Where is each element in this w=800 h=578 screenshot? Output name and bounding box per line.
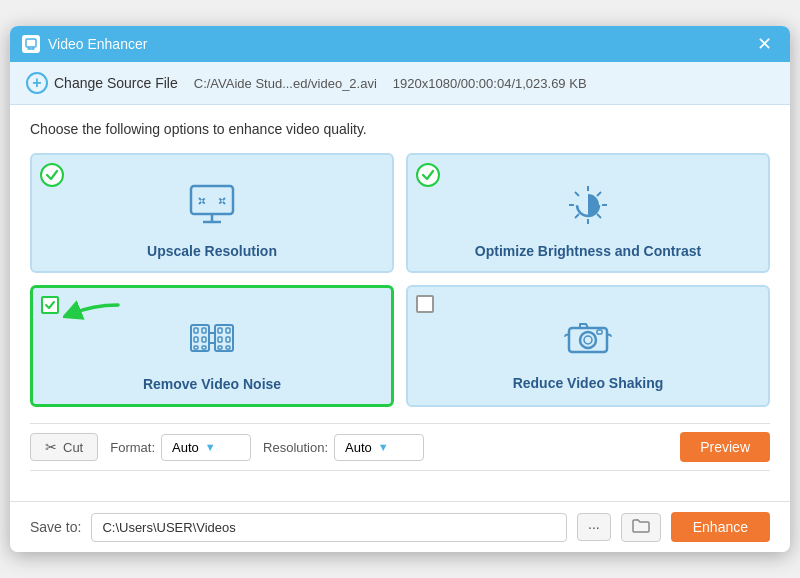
film-icon — [185, 308, 239, 368]
noise-label: Remove Video Noise — [143, 376, 281, 392]
svg-rect-0 — [26, 39, 36, 47]
brightness-contrast-card[interactable]: Optimize Brightness and Contrast — [406, 153, 770, 273]
shaking-check[interactable] — [416, 295, 434, 313]
svg-line-17 — [597, 214, 601, 218]
main-content: Choose the following options to enhance … — [10, 105, 790, 501]
brightness-check[interactable] — [416, 163, 440, 187]
save-bar: Save to: ··· Enhance — [10, 501, 790, 552]
upscale-resolution-card[interactable]: Upscale Resolution — [30, 153, 394, 273]
upscale-label: Upscale Resolution — [147, 243, 277, 259]
scissors-icon: ✂ — [45, 439, 57, 455]
svg-rect-33 — [226, 337, 230, 342]
browse-button[interactable]: ··· — [577, 513, 611, 541]
arrow-annotation — [63, 300, 123, 332]
app-icon — [22, 35, 40, 53]
resolution-group: Resolution: Auto ▼ — [263, 434, 424, 461]
svg-rect-27 — [202, 346, 206, 349]
file-path: C:/AVAide Stud...ed/video_2.avi — [194, 76, 377, 91]
camera-icon — [561, 307, 615, 367]
format-label: Format: — [110, 440, 155, 455]
svg-line-16 — [575, 192, 579, 196]
shaking-label: Reduce Video Shaking — [513, 375, 664, 391]
svg-rect-22 — [194, 328, 198, 333]
svg-rect-26 — [202, 337, 206, 342]
svg-rect-24 — [194, 346, 198, 349]
svg-line-18 — [597, 192, 601, 196]
window-title: Video Enhancer — [48, 36, 147, 52]
brightness-icon — [561, 175, 615, 235]
svg-rect-29 — [218, 328, 222, 333]
change-source-button[interactable]: + Change Source File — [26, 72, 178, 94]
options-grid: Upscale Resolution — [30, 153, 770, 407]
noise-check[interactable] — [41, 296, 59, 314]
svg-rect-30 — [218, 337, 222, 342]
svg-line-19 — [575, 214, 579, 218]
svg-point-39 — [584, 336, 592, 344]
svg-point-38 — [580, 332, 596, 348]
resolution-label: Resolution: — [263, 440, 328, 455]
svg-rect-40 — [597, 330, 602, 334]
titlebar: Video Enhancer ✕ — [10, 26, 790, 62]
format-group: Format: Auto ▼ — [110, 434, 251, 461]
add-icon: + — [26, 72, 48, 94]
format-dropdown-arrow: ▼ — [205, 441, 216, 453]
cut-button[interactable]: ✂ Cut — [30, 433, 98, 461]
svg-rect-25 — [202, 328, 206, 333]
reduce-shaking-card[interactable]: Reduce Video Shaking — [406, 285, 770, 407]
svg-rect-31 — [218, 346, 222, 349]
remove-noise-card[interactable]: Remove Video Noise — [30, 285, 394, 407]
video-enhancer-window: Video Enhancer ✕ + Change Source File C:… — [10, 26, 790, 552]
format-dropdown[interactable]: Auto ▼ — [161, 434, 251, 461]
svg-rect-32 — [226, 328, 230, 333]
file-meta: 1920x1080/00:00:04/1,023.69 KB — [393, 76, 587, 91]
preview-button[interactable]: Preview — [680, 432, 770, 462]
folder-button[interactable] — [621, 513, 661, 542]
resolution-dropdown-arrow: ▼ — [378, 441, 389, 453]
toolbar: ✂ Cut Format: Auto ▼ Resolution: Auto ▼ … — [30, 423, 770, 471]
close-button[interactable]: ✕ — [751, 33, 778, 55]
save-path-input[interactable] — [91, 513, 567, 542]
change-source-label: Change Source File — [54, 75, 178, 91]
brightness-label: Optimize Brightness and Contrast — [475, 243, 701, 259]
instruction-text: Choose the following options to enhance … — [30, 121, 770, 137]
source-bar: + Change Source File C:/AVAide Stud...ed… — [10, 62, 790, 105]
monitor-icon — [185, 175, 239, 235]
svg-rect-4 — [191, 186, 233, 214]
svg-rect-23 — [194, 337, 198, 342]
upscale-check[interactable] — [40, 163, 64, 187]
titlebar-left: Video Enhancer — [22, 35, 147, 53]
cut-label: Cut — [63, 440, 83, 455]
save-to-label: Save to: — [30, 519, 81, 535]
svg-rect-34 — [226, 346, 230, 349]
resolution-value: Auto — [345, 440, 372, 455]
resolution-dropdown[interactable]: Auto ▼ — [334, 434, 424, 461]
format-value: Auto — [172, 440, 199, 455]
enhance-button[interactable]: Enhance — [671, 512, 770, 542]
